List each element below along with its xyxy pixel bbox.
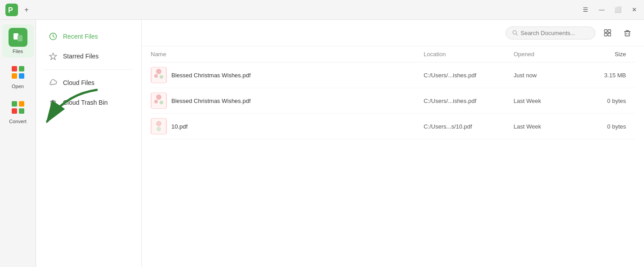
svg-rect-10: [12, 108, 17, 114]
sidebar-item-open[interactable]: Open: [2, 59, 34, 93]
nav-trash-label: Cloud Trash Bin: [63, 99, 108, 106]
trash-icon: [49, 98, 58, 107]
table-header: Name Location Opened Size: [151, 46, 635, 62]
svg-rect-24: [608, 33, 611, 36]
sidebar-item-convert[interactable]: Convert: [2, 94, 34, 128]
svg-rect-4: [12, 66, 17, 71]
file-location: C:/Users/...ishes.pdf: [424, 98, 514, 104]
file-location: C:/Users/...ishes.pdf: [424, 72, 514, 79]
header-size: Size: [581, 51, 635, 58]
table-row[interactable]: Blessed Christmas Wishes.pdf C:/Users/..…: [151, 62, 635, 88]
svg-rect-9: [19, 101, 24, 107]
svg-text:P: P: [8, 6, 13, 14]
trash-icon: [623, 29, 631, 37]
svg-rect-8: [12, 101, 17, 107]
nav-item-cloud[interactable]: Cloud Files: [40, 73, 138, 92]
svg-point-34: [160, 75, 163, 79]
title-bar-left: P +: [5, 4, 31, 16]
nav-cloud-label: Cloud Files: [63, 79, 94, 86]
nav-item-trash[interactable]: Cloud Trash Bin: [40, 93, 138, 112]
sidebar-item-files[interactable]: Files: [2, 24, 34, 58]
convert-icon: [9, 98, 27, 117]
file-name-text: 10.pdf: [171, 123, 188, 130]
svg-point-38: [154, 100, 158, 103]
convert-label: Convert: [9, 119, 27, 124]
file-location: C:/Users...s/10.pdf: [424, 123, 514, 130]
file-opened: Last Week: [514, 123, 581, 130]
files-icon: [9, 28, 27, 47]
cloud-icon: [49, 79, 58, 87]
svg-point-42: [156, 121, 161, 126]
file-name-cell: Blessed Christmas Wishes.pdf: [151, 67, 424, 83]
open-icon: [9, 63, 27, 82]
svg-line-20: [516, 34, 517, 35]
file-size: 3.15 MB: [581, 72, 635, 79]
icon-sidebar: Files Open: [0, 20, 36, 267]
table-row[interactable]: Blessed Christmas Wishes.pdf C:/Users/..…: [151, 88, 635, 114]
delete-button[interactable]: [620, 25, 635, 40]
svg-rect-3: [18, 35, 22, 41]
minimize-button[interactable]: —: [597, 5, 606, 14]
file-name-text: Blessed Christmas Wishes.pdf: [171, 98, 250, 104]
nav-item-recent[interactable]: Recent Files: [40, 27, 138, 46]
header-opened: Opened: [514, 51, 581, 58]
nav-recent-label: Recent Files: [63, 33, 98, 40]
main-content: Name Location Opened Size: [142, 20, 644, 267]
add-tab-button[interactable]: +: [22, 5, 31, 15]
svg-point-37: [156, 94, 161, 100]
file-name-cell: Blessed Christmas Wishes.pdf: [151, 93, 424, 109]
file-opened: Last Week: [514, 98, 581, 104]
file-size: 0 bytes: [581, 123, 635, 130]
svg-rect-25: [625, 31, 630, 36]
star-icon: [49, 52, 58, 60]
file-thumbnail: [151, 67, 167, 83]
svg-rect-22: [608, 30, 611, 32]
svg-point-39: [160, 101, 163, 104]
nav-item-starred[interactable]: Starred Files: [40, 47, 138, 66]
layout-toggle-button[interactable]: [600, 25, 615, 40]
svg-rect-7: [19, 73, 24, 79]
svg-point-43: [157, 127, 161, 131]
svg-rect-11: [19, 108, 24, 114]
file-table: Name Location Opened Size: [142, 46, 644, 267]
file-name-text: Blessed Christmas Wishes.pdf: [171, 72, 250, 79]
file-size: 0 bytes: [581, 98, 635, 104]
header-name: Name: [151, 51, 424, 58]
svg-rect-6: [12, 73, 17, 79]
svg-rect-21: [604, 30, 607, 32]
nav-sidebar: Recent Files Starred Files Cloud Files: [36, 20, 142, 267]
search-input[interactable]: [520, 30, 589, 36]
svg-rect-5: [19, 66, 24, 71]
svg-marker-13: [49, 53, 57, 60]
files-label: Files: [13, 49, 23, 54]
file-thumbnail: [151, 118, 167, 134]
svg-rect-14: [51, 101, 55, 106]
grid-layout-icon: [604, 29, 612, 37]
file-opened: Just now: [514, 72, 581, 79]
maximize-button[interactable]: ⬜: [613, 5, 622, 14]
title-bar-right: ☰ — ⬜ ✕: [581, 5, 639, 14]
svg-point-33: [154, 74, 158, 78]
search-icon: [512, 30, 518, 36]
file-thumbnail: [151, 93, 167, 109]
svg-rect-23: [604, 33, 607, 36]
title-bar: P + ☰ — ⬜ ✕: [0, 0, 644, 20]
header-location: Location: [424, 51, 514, 58]
main-layout: Files Open: [0, 20, 644, 267]
clock-icon: [49, 32, 58, 40]
table-row[interactable]: 10.pdf C:/Users...s/10.pdf Last Week 0 b…: [151, 114, 635, 139]
app-logo: P: [5, 4, 18, 16]
close-button[interactable]: ✕: [630, 5, 639, 14]
nav-starred-label: Starred Files: [63, 53, 98, 60]
menu-button[interactable]: ☰: [581, 5, 590, 14]
file-name-cell: 10.pdf: [151, 118, 424, 134]
nav-divider: [43, 69, 134, 70]
svg-point-32: [156, 69, 161, 74]
toolbar: [142, 20, 644, 46]
open-label: Open: [12, 84, 24, 89]
search-box[interactable]: [505, 27, 595, 40]
